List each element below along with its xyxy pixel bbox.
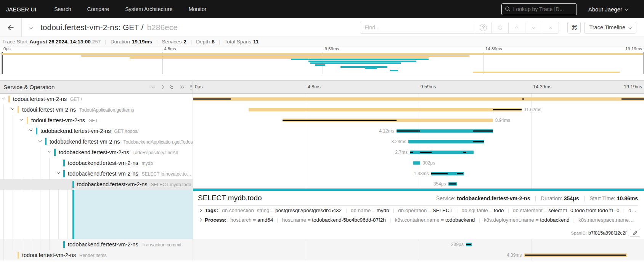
find-filter-button[interactable] bbox=[491, 22, 508, 33]
span-row[interactable]: todobackend.fertest-vm-2-nsTodobackendAp… bbox=[0, 136, 644, 147]
span-name-cell[interactable]: todobackend.fertest-vm-2-nsGET /todos/ bbox=[0, 126, 193, 136]
find-clear-button[interactable]: × bbox=[542, 22, 559, 33]
span-name-cell[interactable]: todobackend.fertest-vm-2-nsTodobackendAp… bbox=[0, 136, 193, 147]
expand-one-icon[interactable] bbox=[161, 85, 165, 89]
span-name-cell[interactable]: todobackend.fertest-vm-2-nsTransaction.c… bbox=[0, 239, 193, 250]
indent-guide bbox=[31, 147, 31, 158]
service-name: todobackend.fertest-vm-2-ns bbox=[50, 139, 120, 145]
column-resize-grip[interactable] bbox=[190, 85, 192, 89]
nav-item-compare[interactable]: Compare bbox=[79, 6, 117, 12]
span-row[interactable]: todoui.fertest-vm-2-nsGET / bbox=[0, 94, 644, 104]
separator: | bbox=[535, 195, 536, 201]
attr-value: amd64 bbox=[257, 217, 273, 223]
attr-value: todobackend-5bc4bc96dd-87f2h bbox=[312, 217, 386, 223]
span-row[interactable]: todobackend.fertest-vm-2-nsTodoRepositor… bbox=[0, 147, 644, 158]
find-next-button[interactable] bbox=[525, 22, 542, 33]
span-row[interactable]: todobackend.fertest-vm-2-nsSELECT mydb.t… bbox=[0, 179, 644, 190]
attr-value: mydb bbox=[377, 208, 389, 213]
app-brand[interactable]: JAEGER UI bbox=[0, 6, 46, 13]
span-name-cell[interactable]: todobackend.fertest-vm-2-nsTodoRepositor… bbox=[0, 147, 193, 158]
separator: | bbox=[507, 208, 509, 213]
back-button[interactable] bbox=[0, 18, 22, 37]
span-timeline-cell[interactable]: 2.7ms bbox=[193, 147, 644, 158]
span-name-cell[interactable]: todoui.fertest-vm-2-nsGET bbox=[0, 115, 193, 126]
span-name-cell[interactable]: todobackend.fertest-vm-2-nsSELECT mydb.t… bbox=[0, 179, 193, 190]
span-name-cell[interactable]: todobackend.fertest-vm-2-nsSELECT io.nov… bbox=[0, 168, 193, 179]
span-row[interactable]: todobackend.fertest-vm-2-nsGET /todos/4.… bbox=[0, 126, 644, 136]
nav-item-search[interactable]: Search bbox=[46, 6, 79, 12]
about-jaeger-menu[interactable]: About Jaeger bbox=[588, 6, 628, 13]
separator: | bbox=[573, 217, 575, 223]
critical-path-segment bbox=[410, 152, 413, 153]
span-detail-accent bbox=[72, 190, 193, 239]
attr-key: k8s.deployment.name bbox=[484, 217, 534, 223]
trace-view-select[interactable]: Trace Timeline bbox=[584, 22, 636, 34]
span-timeline-cell[interactable]: 4.39ms bbox=[193, 250, 644, 260]
span-duration-bar[interactable] bbox=[193, 97, 644, 101]
span-timeline-cell[interactable]: 4.12ms bbox=[193, 126, 644, 136]
attr-value: todo bbox=[494, 208, 504, 213]
timeline-tick-label: 4.8ms bbox=[164, 46, 176, 51]
find-help-button[interactable]: ? bbox=[475, 22, 491, 33]
span-row[interactable]: todoui.fertest-vm-2-nsGET8.94ms bbox=[0, 115, 644, 126]
nav-item-system-architecture[interactable]: System Architecture bbox=[117, 6, 181, 12]
keyboard-shortcuts-button[interactable]: ⌘ bbox=[567, 22, 581, 34]
service-accent-bar bbox=[63, 241, 65, 248]
span-timeline-cell[interactable]: 11.62ms bbox=[193, 104, 644, 115]
deep-link-button[interactable] bbox=[630, 229, 640, 237]
find-prev-button[interactable] bbox=[508, 22, 525, 33]
span-row[interactable]: todobackend.fertest-vm-2-nsmydb302μs bbox=[0, 158, 644, 168]
span-name-cell[interactable]: todoui.fertest-vm-2-nsTodouiApplication.… bbox=[0, 104, 193, 115]
span-row[interactable]: todobackend.fertest-vm-2-nsTransaction.c… bbox=[0, 239, 644, 250]
span-timeline-cell[interactable]: 8.94ms bbox=[193, 115, 644, 126]
separator: | bbox=[584, 195, 585, 201]
attr-key: db.name bbox=[351, 208, 371, 213]
collapse-one-icon[interactable] bbox=[152, 85, 156, 88]
span-row[interactable]: todobackend.fertest-vm-2-nsSELECT io.nov… bbox=[0, 168, 644, 179]
timeline-ticks-header: 0μs4.8ms9.59ms14.39ms19.19ms bbox=[193, 81, 644, 86]
operation-name: SELECT io.novatec.to… bbox=[142, 171, 191, 177]
search-icon bbox=[505, 6, 511, 12]
span-timeline-cell[interactable]: 3.23ms bbox=[193, 136, 644, 147]
detail-meta-label: Start Time: bbox=[589, 195, 617, 201]
span-timeline-cell[interactable] bbox=[193, 94, 644, 104]
span-timeline-cell[interactable]: 239μs bbox=[193, 239, 644, 250]
span-row[interactable]: todoui.fertest-vm-2-nsTodouiApplication.… bbox=[0, 104, 644, 115]
operation-name: GET bbox=[88, 118, 98, 123]
span-duration-bar[interactable] bbox=[249, 108, 522, 112]
span-timeline-cell[interactable]: 1.38ms bbox=[193, 168, 644, 179]
process-row[interactable]: Process: host.arch = amd64|host.name = t… bbox=[198, 215, 638, 225]
span-name-cell[interactable]: todobackend.fertest-vm-2-nsmydb bbox=[0, 158, 193, 168]
indent-guide bbox=[49, 190, 50, 239]
span-timeline-cell[interactable]: 302μs bbox=[193, 158, 644, 168]
grid-line bbox=[419, 179, 419, 189]
expand-all-icon[interactable] bbox=[180, 86, 183, 88]
span-name-cell[interactable]: todoui.fertest-vm-2-nsGET / bbox=[0, 94, 193, 104]
indent-guide bbox=[13, 190, 13, 239]
collapse-header-chevron-icon[interactable] bbox=[29, 25, 33, 29]
nav-item-monitor[interactable]: Monitor bbox=[181, 6, 215, 12]
indent-guide bbox=[40, 190, 40, 239]
summary-total-spans: Total Spans11 bbox=[224, 39, 259, 45]
tags-row[interactable]: Tags: db.connection_string = postgresql:… bbox=[198, 206, 638, 215]
span-timeline-cell[interactable]: 354μs bbox=[193, 179, 644, 190]
span-id-row: SpanID: b7f815a898f12c2f bbox=[571, 229, 640, 237]
service-accent-bar bbox=[63, 170, 65, 177]
minimap-scrubber-handle[interactable] bbox=[2, 52, 3, 74]
grid-line bbox=[531, 115, 532, 126]
indent-guide bbox=[13, 147, 13, 158]
attr-overflow: k8s.namespace.name… bbox=[578, 217, 634, 223]
timeline-tick-label: 0μs bbox=[3, 46, 11, 51]
minimap-span-bar bbox=[308, 61, 416, 62]
minimap-span-bar bbox=[291, 59, 429, 60]
trace-id-short: b286ece bbox=[147, 23, 178, 32]
span-name-cell[interactable]: todoui.fertest-vm-2-nsRender items bbox=[0, 250, 193, 260]
find-input[interactable] bbox=[360, 22, 475, 33]
timeline-minimap[interactable] bbox=[2, 52, 644, 74]
span-duration-label: 239μs bbox=[451, 242, 464, 247]
indent-guide bbox=[22, 168, 22, 179]
span-row[interactable]: todoui.fertest-vm-2-nsRender items4.39ms bbox=[0, 250, 644, 260]
span-duration-bar[interactable] bbox=[413, 161, 420, 165]
collapse-all-icon[interactable] bbox=[170, 85, 173, 89]
trace-lookup-input[interactable] bbox=[501, 3, 577, 15]
